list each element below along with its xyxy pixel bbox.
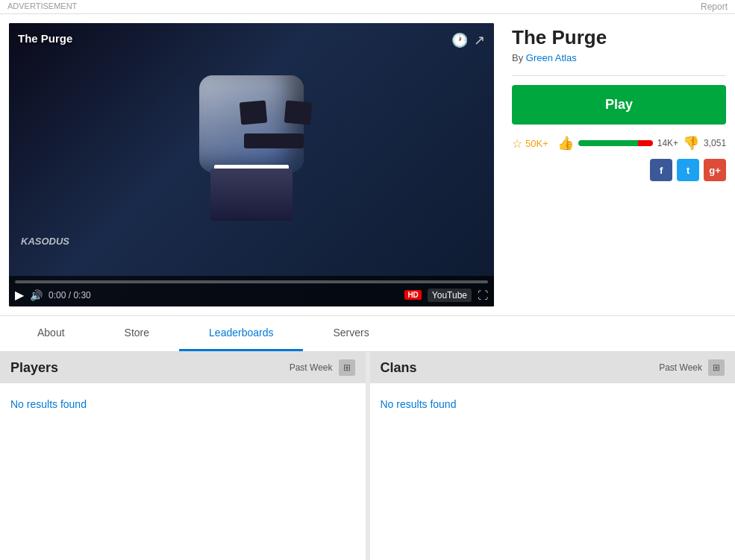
char-body — [210, 169, 293, 221]
char-head — [199, 75, 304, 172]
facebook-icon: f — [660, 165, 663, 176]
star-count: 50K+ — [525, 138, 548, 149]
video-scene — [9, 23, 494, 306]
like-bar-red — [638, 140, 653, 146]
players-panel: Players Past Week ⊞ No results found — [0, 352, 366, 560]
youtube-badge: YouTube — [428, 289, 472, 302]
video-play-button[interactable]: ▶ — [15, 288, 24, 302]
players-header-right: Past Week ⊞ — [290, 359, 355, 376]
thumbdown-icon[interactable]: 👎 — [683, 135, 699, 151]
clock-icon-button[interactable]: 🕐 — [451, 32, 468, 48]
game-info-panel: The Purge By Green Atlas Play ☆ 50K+ 👍 1… — [506, 23, 732, 306]
like-bar-green — [578, 140, 638, 146]
clans-body: No results found — [370, 383, 736, 425]
top-bar: ADVERTISEMENT Report — [0, 0, 735, 14]
char-face — [225, 90, 322, 157]
game-author: By Green Atlas — [512, 52, 726, 63]
googleplus-icon: g+ — [709, 165, 721, 176]
roblox-character — [177, 75, 326, 239]
rating-row: ☆ 50K+ 👍 14K+ 👎 3,051 — [512, 135, 726, 151]
players-filter-icon[interactable]: ⊞ — [339, 359, 355, 376]
progress-bar-track[interactable] — [15, 280, 488, 283]
clans-no-results: No results found — [381, 398, 457, 410]
clans-header-right: Past Week ⊞ — [659, 359, 725, 376]
author-link[interactable]: Green Atlas — [526, 52, 577, 63]
play-button[interactable]: Play — [512, 85, 726, 125]
leaderboard-section: Players Past Week ⊞ No results found Cla… — [0, 352, 735, 560]
tab-leaderboards[interactable]: Leaderboards — [179, 316, 303, 351]
star-rating: ☆ 50K+ — [512, 136, 548, 151]
players-body: No results found — [0, 383, 366, 425]
report-link[interactable]: Report — [701, 1, 728, 12]
twitter-icon: t — [686, 165, 689, 176]
video-controls-top: 🕐 ↗ — [451, 32, 485, 48]
video-title-overlay: The Purge — [18, 32, 72, 45]
twitter-button[interactable]: t — [677, 159, 699, 181]
players-time-filter: Past Week — [290, 362, 333, 373]
tab-about[interactable]: About — [7, 316, 95, 351]
char-mouth — [244, 133, 304, 148]
time-display: 0:00 / 0:30 — [49, 290, 91, 301]
video-container: The Purge 🕐 ↗ KASODUS ▶ 🔊 0:00 / 0:30 HD… — [9, 23, 494, 306]
like-section: 👍 14K+ 👎 3,051 — [557, 135, 726, 151]
tabs-bar: About Store Leaderboards Servers — [0, 316, 735, 352]
clans-header: Clans Past Week ⊞ — [370, 352, 736, 383]
char-eye-right — [284, 101, 312, 125]
dislike-count: 3,051 — [704, 138, 726, 148]
facebook-button[interactable]: f — [650, 159, 672, 181]
author-by-label: By — [512, 52, 523, 63]
social-row: f t g+ — [512, 159, 726, 181]
hd-badge: HD — [404, 290, 421, 300]
tab-servers[interactable]: Servers — [303, 316, 398, 351]
main-content: The Purge 🕐 ↗ KASODUS ▶ 🔊 0:00 / 0:30 HD… — [0, 14, 735, 316]
clans-title: Clans — [381, 360, 417, 376]
clans-filter-icon[interactable]: ⊞ — [708, 359, 725, 376]
like-bar-container — [578, 140, 653, 146]
divider-1 — [512, 75, 726, 76]
players-title: Players — [10, 360, 58, 376]
youtube-label: YouTube — [432, 290, 467, 301]
char-eye-left — [240, 101, 267, 125]
volume-icon[interactable]: 🔊 — [30, 289, 43, 301]
share-icon-button[interactable]: ↗ — [474, 32, 485, 48]
video-progress-area: ▶ 🔊 0:00 / 0:30 HD YouTube ⛶ — [9, 276, 494, 306]
tab-store[interactable]: Store — [95, 316, 179, 351]
game-title: The Purge — [512, 26, 726, 49]
thumbup-icon[interactable]: 👍 — [557, 135, 574, 151]
players-no-results: No results found — [10, 398, 87, 410]
advertisement-label: ADVERTISEMENT — [7, 1, 77, 12]
players-header: Players Past Week ⊞ — [0, 352, 366, 383]
watermark: KASODUS — [21, 236, 69, 247]
video-bottom-controls: ▶ 🔊 0:00 / 0:30 HD YouTube ⛶ — [15, 288, 488, 302]
clans-panel: Clans Past Week ⊞ No results found — [366, 352, 736, 560]
like-count: 14K+ — [657, 138, 678, 148]
googleplus-button[interactable]: g+ — [704, 159, 726, 181]
star-icon: ☆ — [512, 136, 522, 151]
clans-time-filter: Past Week — [659, 362, 702, 373]
fullscreen-button[interactable]: ⛶ — [478, 289, 488, 301]
